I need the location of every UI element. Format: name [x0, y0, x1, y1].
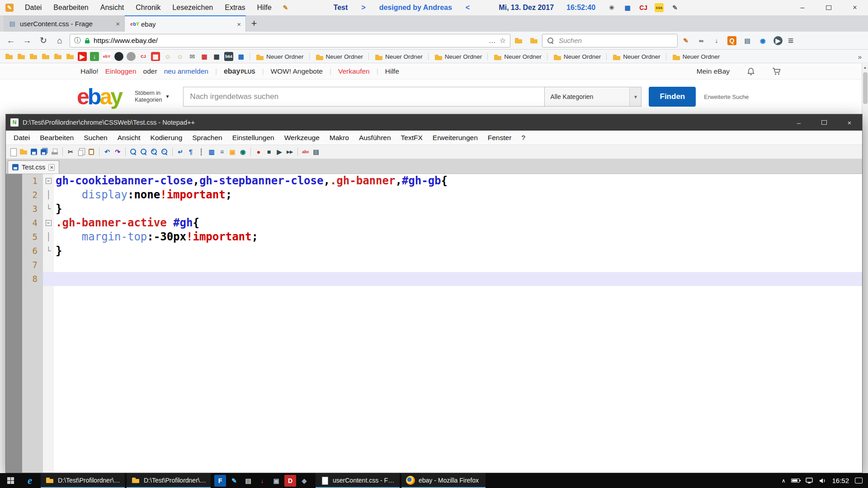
app-notes-icon[interactable]: ✎ [5, 4, 14, 12]
redo-icon[interactable]: ↷ [113, 147, 122, 156]
code-line-3[interactable]: 3└} [6, 202, 862, 216]
advanced-search-link[interactable]: Erweiterte Suche [704, 94, 749, 100]
fold-marker[interactable]: − [43, 174, 54, 188]
action-center-icon[interactable] [855, 478, 863, 483]
taskbar-notepadpp-window[interactable]: userContent.css - Frag... [316, 473, 400, 488]
menu-item[interactable]: Einstellungen [227, 134, 279, 142]
new-tab-button[interactable]: + [246, 15, 262, 32]
folder-icon[interactable] [5, 52, 14, 61]
code-line-7[interactable]: 7 [6, 258, 862, 272]
code-line-1[interactable]: 1−gh-cookiebanner-close,gh-stepbanner-cl… [6, 174, 862, 188]
code-line-2[interactable]: 2│ display:none!important; [6, 188, 862, 202]
menu-item[interactable]: Chronik [130, 4, 166, 12]
news-app-icon[interactable]: ▤ [242, 475, 254, 487]
url-bar[interactable]: ⓘ https://www.ebay.de/ … ☆ [70, 34, 510, 47]
fold-marker[interactable]: − [43, 216, 54, 230]
ebay-logo[interactable]: ebay [77, 85, 121, 108]
taskbar-firefox-window[interactable]: ebay - Mozilla Firefox [401, 473, 486, 488]
notes-icon[interactable]: ✎ [670, 3, 679, 12]
url-text[interactable]: https://www.ebay.de/ [94, 37, 485, 45]
tab-usercontent[interactable]: ▤ userContent.css - Frage × [4, 15, 125, 32]
search-bar[interactable]: Suchen [542, 34, 678, 47]
bookmark-folder[interactable]: Neuer Ordner [251, 53, 308, 60]
clock[interactable]: 16:52 [832, 477, 849, 484]
brush-icon[interactable]: ✎ [681, 36, 690, 45]
gray-circle-icon[interactable] [127, 52, 136, 61]
menu-item[interactable]: TextFX [396, 134, 428, 142]
mail-icon[interactable]: ✉ [188, 52, 197, 61]
puzzle-icon[interactable]: ▦ [212, 52, 221, 61]
d-app-icon[interactable]: D [284, 475, 296, 487]
bookmarks-overflow-icon[interactable]: » [858, 53, 863, 61]
menu-item[interactable]: Ausführen [354, 134, 396, 142]
scroll-up-icon[interactable]: ▲ [863, 66, 867, 70]
photo-app-icon[interactable]: ▣ [270, 475, 282, 487]
category-select[interactable]: Alle Kategorien ▼ [545, 87, 642, 107]
taskbar-explorer-window-2[interactable]: D:\Test\Profilordner\c... [127, 473, 211, 488]
folder-icon[interactable] [66, 52, 75, 61]
scrollbar-thumb[interactable] [863, 72, 868, 104]
stop-macro-icon[interactable]: ■ [264, 147, 274, 156]
wow-offers-link[interactable]: WOW! Angebote [270, 67, 322, 75]
menu-item[interactable]: Bearbeiten [35, 134, 79, 142]
home-button[interactable]: ⌂ [53, 36, 66, 46]
open-folder-icon[interactable] [19, 147, 28, 156]
save-all-icon[interactable] [40, 147, 49, 156]
q-app-icon[interactable]: Q [727, 36, 736, 45]
notepadpp-titlebar[interactable]: N D:\Test\Profilordner\chrome\CSSWeb\Tes… [6, 114, 862, 131]
menu-item[interactable]: Datei [19, 4, 47, 12]
menu-item[interactable]: Extras [219, 4, 251, 12]
tray-expand-icon[interactable]: ∧ [782, 478, 786, 484]
maximize-button[interactable] [816, 0, 842, 15]
maximize-button[interactable] [811, 114, 837, 131]
page-icon[interactable]: ▤ [743, 36, 752, 45]
youtube-icon[interactable]: ▶ [78, 52, 87, 61]
browse-categories-dropdown[interactable]: Stöbern inKategorien ▼ [135, 90, 170, 103]
record-macro-icon[interactable]: ● [254, 147, 263, 156]
doc-map-icon[interactable]: ▥ [207, 147, 216, 156]
bookmark-folder[interactable]: Neuer Ordner [430, 53, 486, 60]
code-line-5[interactable]: 5│ margin-top:-30px!important; [6, 230, 862, 244]
menu-item[interactable]: ? [516, 134, 530, 142]
folder-icon[interactable] [17, 52, 26, 61]
register-link[interactable]: neu anmelden [164, 67, 208, 75]
menu-item[interactable]: Makro [325, 134, 354, 142]
bookmark-star-icon[interactable]: ☆ [500, 36, 506, 45]
smiley-icon[interactable]: ☺ [163, 52, 172, 61]
folder-icon[interactable] [53, 52, 62, 61]
function-list-icon[interactable]: ≡ [217, 147, 226, 156]
green-download-icon[interactable]: ↓ [90, 52, 99, 61]
menu-item[interactable]: Suchen [79, 134, 113, 142]
chevron-down-icon[interactable]: ▼ [629, 87, 641, 106]
red-app-icon[interactable]: ▦ [151, 52, 160, 61]
site-info-icon[interactable]: ⓘ [74, 36, 81, 45]
menu-item[interactable]: Sprachen [187, 134, 227, 142]
tab-close-icon[interactable]: × [48, 164, 55, 171]
bookmarks-folder-icon[interactable] [514, 36, 523, 45]
github-icon[interactable] [114, 52, 123, 61]
css-badge-icon[interactable]: css [655, 3, 664, 12]
play-macro-icon[interactable]: ▶ [275, 147, 284, 156]
reload-button[interactable]: ↻ [37, 35, 50, 46]
sell-link[interactable]: Verkaufen [338, 67, 370, 75]
minimize-button[interactable]: – [786, 114, 811, 131]
show-symbols-icon[interactable]: ¶ [186, 147, 195, 156]
download-app-icon[interactable]: ↓ [256, 475, 268, 487]
taskbar-explorer-window-1[interactable]: D:\Test\Profilordner\c... [41, 473, 125, 488]
zoom-out-icon[interactable]: − [160, 147, 169, 156]
find-button[interactable]: Finden [649, 87, 696, 107]
globe-icon[interactable]: ◉ [758, 36, 767, 45]
multi-play-icon[interactable]: ▶▶ [285, 147, 294, 156]
cart-icon[interactable] [772, 67, 781, 75]
editor-tab[interactable]: Test.css × [8, 160, 59, 174]
help-link[interactable]: Hilfe [385, 67, 399, 75]
find-icon[interactable] [129, 147, 138, 156]
copy-icon[interactable] [76, 147, 85, 156]
quill-app-icon[interactable]: ✎ [228, 475, 240, 487]
ebay-plus-link[interactable]: ebayPLUS [224, 67, 255, 75]
red-grid-icon[interactable]: ▦ [200, 52, 209, 61]
menu-item[interactable]: Ansicht [113, 134, 146, 142]
smiley-icon[interactable]: ☺ [175, 52, 184, 61]
folder-icon[interactable] [41, 52, 50, 61]
f-app-icon[interactable]: F [214, 475, 226, 487]
